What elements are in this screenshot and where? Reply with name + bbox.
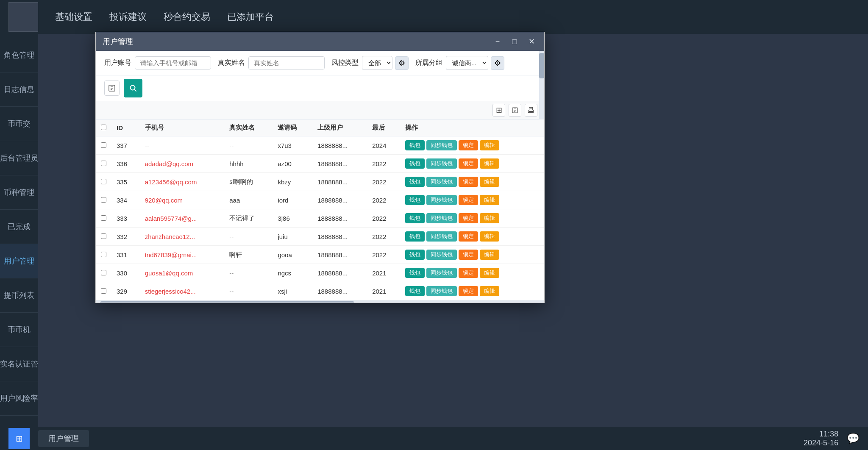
action-badge-同步钱包[interactable]: 同步钱包: [426, 140, 457, 150]
cell-parent: 1888888...: [312, 209, 367, 228]
row-checkbox[interactable]: [101, 233, 106, 239]
row-checkbox[interactable]: [101, 252, 106, 257]
realname-input[interactable]: [248, 56, 325, 69]
action-badge-同步钱包[interactable]: 同步钱包: [426, 158, 457, 169]
sidebar-item-coin-machine[interactable]: 币币机: [0, 313, 38, 347]
cell-last: 2022: [367, 155, 400, 173]
export-button[interactable]: [104, 81, 120, 96]
row-checkbox[interactable]: [101, 197, 106, 203]
action-badge-编辑[interactable]: 编辑: [480, 231, 499, 242]
action-badge-锁定[interactable]: 锁定: [459, 231, 478, 242]
cell-id: 334: [111, 191, 140, 209]
sidebar-item-log[interactable]: 日志信息: [0, 72, 38, 107]
sidebar-item-user-manage[interactable]: 用户管理: [0, 244, 38, 278]
action-badge-锁定[interactable]: 锁定: [459, 268, 478, 278]
header-last: 最后: [367, 119, 400, 136]
taskbar-app-user[interactable]: 用户管理: [38, 430, 89, 447]
search-button[interactable]: [124, 79, 142, 97]
action-badge-同步钱包[interactable]: 同步钱包: [426, 231, 457, 242]
action-badge-锁定[interactable]: 锁定: [459, 177, 478, 187]
chat-icon[interactable]: 💬: [847, 433, 860, 444]
action-badge-钱包[interactable]: 钱包: [405, 213, 425, 223]
action-badge-钱包[interactable]: 钱包: [405, 195, 425, 205]
row-checkbox[interactable]: [101, 161, 106, 166]
horizontal-scrollbar[interactable]: [96, 300, 544, 303]
action-badge-同步钱包[interactable]: 同步钱包: [426, 268, 457, 278]
cell-phone: guosa1@qq.com: [140, 264, 225, 282]
risk-select[interactable]: 全部: [362, 56, 392, 70]
cell-last: 2022: [367, 209, 400, 228]
minimize-button[interactable]: −: [492, 36, 504, 47]
action-badge-同步钱包[interactable]: 同步钱包: [426, 195, 457, 205]
action-badge-同步钱包[interactable]: 同步钱包: [426, 286, 457, 296]
action-badge-编辑[interactable]: 编辑: [480, 286, 499, 296]
start-button[interactable]: ⊞: [8, 428, 30, 449]
table-area[interactable]: ID 手机号 真实姓名 邀请码 上级用户 最后 操作 337----x7u318…: [96, 119, 544, 303]
cell-invite: xsji: [273, 282, 312, 300]
account-input[interactable]: [135, 56, 211, 69]
menu-item-tousu[interactable]: 投诉建议: [109, 11, 147, 23]
grid-view-icon[interactable]: ⊞: [492, 104, 505, 117]
risk-gear-button[interactable]: ⚙: [395, 56, 409, 70]
action-badge-钱包[interactable]: 钱包: [405, 231, 425, 242]
logo: [8, 2, 38, 32]
sidebar-item-role[interactable]: 角色管理: [0, 38, 38, 72]
header-checkbox[interactable]: [96, 119, 111, 136]
action-badge-锁定[interactable]: 锁定: [459, 140, 478, 150]
action-badge-钱包[interactable]: 钱包: [405, 158, 425, 169]
group-gear-button[interactable]: ⚙: [491, 56, 504, 70]
sidebar-item-admin[interactable]: 后台管理员: [0, 141, 38, 175]
action-badge-编辑[interactable]: 编辑: [480, 140, 499, 150]
sidebar-item-coin-trade[interactable]: 币币交: [0, 107, 38, 141]
menu-item-miaoheyue[interactable]: 秒合约交易: [164, 11, 210, 23]
action-badge-编辑[interactable]: 编辑: [480, 195, 499, 205]
action-badge-编辑[interactable]: 编辑: [480, 213, 499, 223]
select-all-checkbox[interactable]: [101, 125, 106, 130]
header-parent: 上级用户: [312, 119, 367, 136]
export-table-icon[interactable]: [509, 104, 521, 117]
cell-parent: 1888888...: [312, 191, 367, 209]
action-badge-锁定[interactable]: 锁定: [459, 250, 478, 260]
print-icon[interactable]: 🖶: [525, 104, 537, 117]
row-checkbox[interactable]: [101, 288, 106, 294]
action-badge-钱包[interactable]: 钱包: [405, 268, 425, 278]
sidebar-item-coin-manage[interactable]: 币种管理: [0, 175, 38, 210]
sidebar-item-realname[interactable]: 实名认证管: [0, 347, 38, 381]
action-badge-钱包[interactable]: 钱包: [405, 177, 425, 187]
row-checkbox[interactable]: [101, 215, 106, 221]
desktop: 基础设置 投诉建议 秒合约交易 已添加平台 角色管理 日志信息 币币交 后台管理…: [0, 0, 868, 450]
action-badge-编辑[interactable]: 编辑: [480, 250, 499, 260]
action-badge-同步钱包[interactable]: 同步钱包: [426, 177, 457, 187]
action-badge-同步钱包[interactable]: 同步钱包: [426, 213, 457, 223]
cell-phone: zhanzhancao12...: [140, 228, 225, 246]
group-select[interactable]: 诚信商...: [446, 56, 488, 70]
action-badge-同步钱包[interactable]: 同步钱包: [426, 250, 457, 260]
close-button[interactable]: ✕: [526, 36, 537, 47]
svg-line-5: [135, 90, 136, 92]
action-badge-钱包[interactable]: 钱包: [405, 250, 425, 260]
action-badge-编辑[interactable]: 编辑: [480, 177, 499, 187]
menu-item-yitianjia[interactable]: 已添加平台: [227, 11, 274, 23]
menu-item-jicshezhi[interactable]: 基础设置: [55, 11, 92, 23]
row-checkbox[interactable]: [101, 179, 106, 184]
cell-id: 329: [111, 282, 140, 300]
action-badge-锁定[interactable]: 锁定: [459, 195, 478, 205]
maximize-button[interactable]: □: [509, 36, 520, 47]
taskbar-bottom: ⊞ 用户管理 11:38 2024-5-16 💬: [0, 427, 868, 450]
action-badge-锁定[interactable]: 锁定: [459, 213, 478, 223]
sidebar-item-completed[interactable]: 已完成: [0, 210, 38, 244]
sidebar-item-risk[interactable]: 用户风险率: [0, 381, 38, 416]
table-row: 332zhanzhancao12...--juiu1888888...2022钱…: [96, 228, 544, 246]
cell-parent: 1888888...: [312, 264, 367, 282]
cell-last: 2021: [367, 282, 400, 300]
row-checkbox[interactable]: [101, 270, 106, 275]
sidebar-item-withdraw[interactable]: 提币列表: [0, 278, 38, 313]
action-badge-编辑[interactable]: 编辑: [480, 158, 499, 169]
action-badge-钱包[interactable]: 钱包: [405, 286, 425, 296]
row-checkbox[interactable]: [101, 142, 106, 148]
action-badge-锁定[interactable]: 锁定: [459, 158, 478, 169]
cell-last: 2021: [367, 264, 400, 282]
action-badge-锁定[interactable]: 锁定: [459, 286, 478, 296]
action-badge-编辑[interactable]: 编辑: [480, 268, 499, 278]
action-badge-钱包[interactable]: 钱包: [405, 140, 425, 150]
